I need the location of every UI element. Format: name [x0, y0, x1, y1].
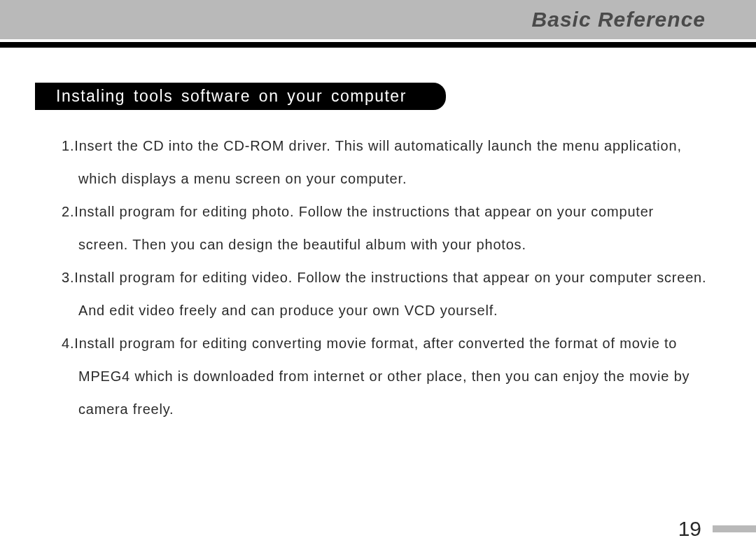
header-divider — [0, 42, 756, 48]
step-item: 1.Insert the CD into the CD-ROM driver. … — [62, 130, 707, 195]
section-heading: Instaling tools software on your compute… — [35, 83, 446, 110]
page-content: Instaling tools software on your compute… — [0, 48, 756, 426]
page-number-container: 19 — [678, 517, 756, 541]
page-number-bar — [713, 525, 756, 532]
header-bar: Basic Reference — [0, 0, 756, 39]
header-title: Basic Reference — [532, 8, 706, 32]
page-number: 19 — [678, 517, 713, 541]
step-item: 4.Install program for editing converting… — [62, 327, 707, 426]
step-item: 3.Install program for editing video. Fol… — [62, 261, 707, 327]
step-item: 2.Install program for editing photo. Fol… — [62, 195, 707, 261]
steps-list: 1.Insert the CD into the CD-ROM driver. … — [28, 130, 728, 426]
